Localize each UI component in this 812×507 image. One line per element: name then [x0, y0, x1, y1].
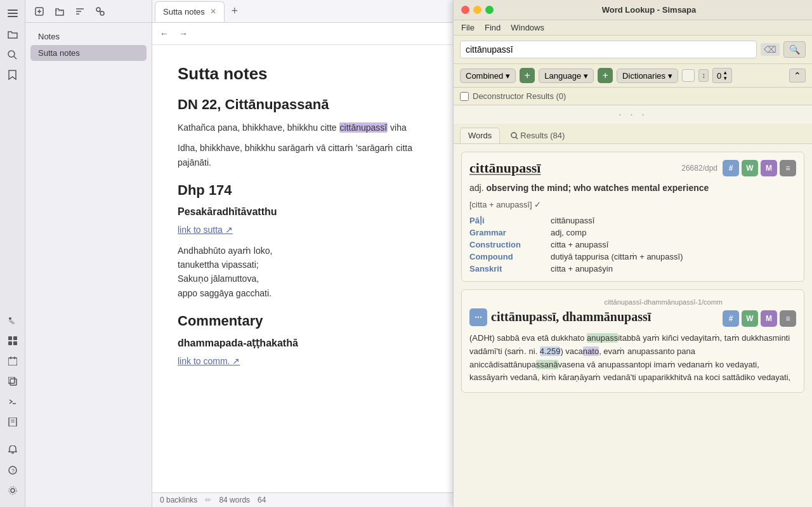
wl-search-btn[interactable]: 🔍 [783, 41, 806, 58]
word-btn-list-1[interactable]: ≡ [780, 160, 796, 176]
menu-file[interactable]: File [461, 23, 475, 32]
grammar-row-construction: Construction citta + anupassī [469, 240, 796, 249]
wl-deconstructor-row: Deconstructor Results (0) [454, 88, 812, 105]
wl-controls: Combined ▾ + Language ▾ + Dictionaries ▾… [454, 64, 812, 88]
sidebar-toggle-btn[interactable] [4, 5, 22, 23]
calendar-icon-btn[interactable] [4, 352, 22, 370]
word-btn-list-2[interactable]: ≡ [780, 310, 796, 327]
svg-point-22 [11, 489, 15, 492]
tags-icon-btn[interactable] [4, 312, 22, 329]
word-btn-w-2[interactable]: W [742, 310, 758, 327]
dictionaries-arrow: ▾ [668, 71, 672, 81]
tab-results[interactable]: Results (84) [502, 128, 573, 143]
svg-rect-14 [8, 377, 15, 383]
grammar-label-grammar: Grammar [469, 228, 546, 237]
svg-rect-8 [8, 341, 12, 345]
wl-number: 0 ▲ ▼ [712, 68, 732, 83]
svg-point-30 [96, 8, 100, 11]
grammar-value-grammar: adj, comp [551, 228, 586, 237]
terminal-icon-btn[interactable] [4, 393, 22, 411]
wl-search-row: ⌫ 🔍 [454, 36, 812, 64]
tab-add-btn[interactable]: + [227, 4, 242, 19]
highlighted-word: cittānupassī [339, 122, 388, 133]
new-note-btn[interactable] [30, 3, 48, 20]
sidebar-nav: Notes Sutta notes [25, 0, 152, 507]
num-up[interactable]: ▲ [723, 70, 728, 76]
tab-close-btn[interactable]: ✕ [210, 7, 216, 16]
tab-sutta-notes[interactable]: Sutta notes ✕ [155, 1, 225, 22]
word-construction-note: [citta + anupassī] ✓ [469, 200, 796, 209]
wl-results-area: cittānupassī 26682/dpd # W M ≡ adj. obse… [454, 144, 812, 507]
folder-icon-btn[interactable] [4, 25, 22, 43]
sort-btn[interactable] [71, 3, 89, 20]
wl-add-language-btn[interactable]: + [598, 68, 613, 83]
wl-search-input[interactable] [460, 41, 757, 58]
back-btn[interactable]: ← [156, 27, 173, 41]
wl-sort-btn[interactable]: ↕ [698, 69, 709, 82]
wl-expand-btn[interactable]: ⌃ [789, 69, 806, 82]
num-down[interactable]: ▼ [723, 76, 728, 81]
word-btn-w-1[interactable]: W [742, 160, 758, 176]
sidebar-item-sutta-notes[interactable]: Sutta notes [30, 45, 147, 61]
sidebar-item-notes[interactable]: Notes [30, 29, 147, 44]
grammar-value-sanskrit: citta + anupaśyin [551, 264, 613, 273]
highlight-anupassi: anupass [587, 333, 618, 343]
copy-icon-btn[interactable] [4, 372, 22, 390]
svg-point-23 [9, 487, 16, 494]
grammar-label-construction: Construction [469, 240, 546, 249]
menu-windows[interactable]: Windows [511, 23, 544, 32]
svg-text:?: ? [11, 468, 15, 474]
dictionaries-label: Dictionaries [622, 71, 665, 81]
wl-close-btn[interactable] [461, 6, 469, 14]
nav-item-list: Notes Sutta notes [25, 23, 152, 67]
grammar-row-pali: Pāḷi cittānupassī [469, 216, 796, 225]
word-btn-hash-2[interactable]: # [723, 310, 739, 327]
wl-titlebar: Word Lookup - Simsapa [454, 0, 812, 20]
grammar-value-compound: dutiyā tappurisa (cittaṁ + anupassī) [551, 252, 683, 261]
wl-deconstructor-checkbox[interactable] [460, 92, 469, 101]
word-btn-m-1[interactable]: M [761, 160, 777, 176]
word-card-cittanupassi: cittānupassī 26682/dpd # W M ≡ adj. obse… [461, 152, 804, 282]
wl-color-swatch[interactable] [682, 69, 695, 82]
forward-btn[interactable]: → [175, 27, 192, 41]
wl-language-dropdown[interactable]: Language ▾ [539, 69, 594, 83]
sidebar-top-toolbar [25, 0, 152, 23]
help-icon-btn[interactable]: ? [4, 461, 22, 479]
bookmark-icon-btn[interactable] [4, 66, 22, 84]
wl-add-combined-btn[interactable]: + [520, 68, 535, 83]
svg-line-4 [14, 56, 16, 59]
svg-rect-6 [8, 336, 12, 340]
book-icon-btn[interactable] [4, 413, 22, 431]
highlight-nato: nato [583, 346, 599, 356]
filter-btn[interactable] [91, 3, 109, 20]
word-more-btn[interactable]: ··· [469, 308, 487, 326]
language-label: Language [544, 71, 581, 81]
word-grammar-table: Pāḷi cittānupassī Grammar adj, comp Cons… [469, 216, 796, 273]
svg-rect-9 [13, 341, 17, 345]
word-card-header: cittānupassī 26682/dpd # W M ≡ [469, 160, 796, 176]
wl-combined-dropdown[interactable]: Combined ▾ [460, 69, 516, 83]
wl-maximize-btn[interactable] [485, 6, 494, 14]
wl-dictionaries-dropdown[interactable]: Dictionaries ▾ [617, 69, 678, 83]
tab-words[interactable]: Words [460, 128, 500, 143]
wl-clear-btn[interactable]: ⌫ [761, 43, 780, 56]
word-btn-m-2[interactable]: M [761, 310, 777, 327]
sidebar-icon-rail: ? [0, 0, 25, 507]
settings-icon-btn[interactable] [4, 482, 22, 499]
svg-point-35 [511, 133, 516, 138]
svg-rect-2 [8, 16, 18, 17]
grammar-label-compound: Compound [469, 252, 546, 261]
notification-icon-btn[interactable] [4, 441, 22, 459]
highlight-number: 4.259 [540, 346, 561, 356]
word-btn-hash-1[interactable]: # [723, 160, 739, 176]
grid-icon-btn[interactable] [4, 332, 22, 350]
wl-minimize-btn[interactable] [473, 6, 481, 14]
link-to-sutta[interactable]: link to sutta ↗ [178, 225, 233, 235]
search-icon-btn[interactable] [4, 46, 22, 63]
wl-menubar: File Find Windows [454, 20, 812, 36]
char-count: 64 [258, 496, 266, 504]
word-action-btns-2: # W M ≡ [723, 310, 796, 327]
link-to-comm[interactable]: link to comm. ↗ [178, 356, 240, 366]
open-folder-btn[interactable] [51, 3, 69, 20]
menu-find[interactable]: Find [485, 23, 501, 32]
